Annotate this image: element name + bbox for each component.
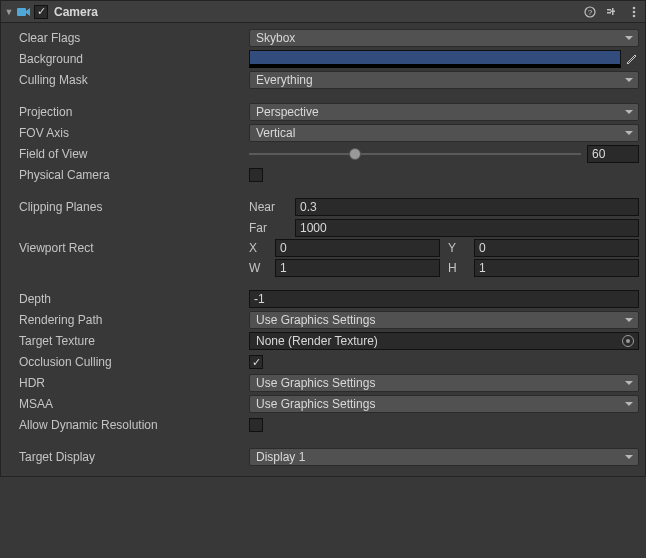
clear-flags-label: Clear Flags <box>19 31 249 45</box>
viewport-w-input[interactable] <box>275 259 440 277</box>
culling-mask-label: Culling Mask <box>19 73 249 87</box>
field-of-view-input[interactable] <box>587 145 639 163</box>
msaa-dropdown[interactable]: Use Graphics Settings <box>249 395 639 413</box>
viewport-h-label: H <box>448 261 470 275</box>
culling-mask-dropdown[interactable]: Everything <box>249 71 639 89</box>
expand-toggle-icon[interactable]: ▼ <box>3 7 15 17</box>
viewport-x-input[interactable] <box>275 239 440 257</box>
hdr-dropdown[interactable]: Use Graphics Settings <box>249 374 639 392</box>
background-label: Background <box>19 52 249 66</box>
physical-camera-label: Physical Camera <box>19 168 249 182</box>
eyedropper-icon[interactable] <box>623 50 639 68</box>
object-picker-icon[interactable] <box>622 335 634 347</box>
depth-label: Depth <box>19 292 249 306</box>
viewport-y-label: Y <box>448 241 470 255</box>
msaa-label: MSAA <box>19 397 249 411</box>
viewport-y-input[interactable] <box>474 239 639 257</box>
target-display-label: Target Display <box>19 450 249 464</box>
context-menu-icon[interactable] <box>627 5 641 19</box>
hdr-label: HDR <box>19 376 249 390</box>
clip-near-input[interactable] <box>295 198 639 216</box>
clip-far-label: Far <box>249 221 291 235</box>
clear-flags-dropdown[interactable]: Skybox <box>249 29 639 47</box>
svg-text:?: ? <box>588 8 593 17</box>
camera-icon <box>16 5 32 19</box>
clipping-planes-label: Clipping Planes <box>19 200 249 214</box>
viewport-w-label: W <box>249 261 271 275</box>
viewport-x-label: X <box>249 241 271 255</box>
occlusion-culling-checkbox[interactable] <box>249 355 263 369</box>
svg-rect-0 <box>17 8 26 16</box>
svg-point-9 <box>633 14 636 17</box>
projection-dropdown[interactable]: Perspective <box>249 103 639 121</box>
component-body: Clear Flags Skybox Background Culling Ma… <box>1 23 645 476</box>
enable-component-checkbox[interactable] <box>34 5 48 19</box>
target-texture-field[interactable]: None (Render Texture) <box>249 332 639 350</box>
help-icon[interactable]: ? <box>583 5 597 19</box>
target-texture-label: Target Texture <box>19 334 249 348</box>
svg-point-7 <box>633 6 636 9</box>
target-display-dropdown[interactable]: Display 1 <box>249 448 639 466</box>
occlusion-culling-label: Occlusion Culling <box>19 355 249 369</box>
projection-label: Projection <box>19 105 249 119</box>
svg-rect-3 <box>607 9 611 11</box>
fov-axis-dropdown[interactable]: Vertical <box>249 124 639 142</box>
physical-camera-checkbox[interactable] <box>249 168 263 182</box>
clip-near-label: Near <box>249 200 291 214</box>
component-header: ▼ Camera ? <box>1 1 645 23</box>
viewport-rect-label: Viewport Rect <box>19 239 249 255</box>
rendering-path-label: Rendering Path <box>19 313 249 327</box>
rendering-path-dropdown[interactable]: Use Graphics Settings <box>249 311 639 329</box>
preset-icon[interactable] <box>605 5 619 19</box>
field-of-view-label: Field of View <box>19 147 249 161</box>
fov-axis-label: FOV Axis <box>19 126 249 140</box>
allow-dynamic-resolution-label: Allow Dynamic Resolution <box>19 418 249 432</box>
field-of-view-slider[interactable] <box>249 145 581 163</box>
depth-input[interactable] <box>249 290 639 308</box>
allow-dynamic-resolution-checkbox[interactable] <box>249 418 263 432</box>
svg-point-8 <box>633 10 636 13</box>
target-texture-value: None (Render Texture) <box>256 334 378 348</box>
svg-rect-6 <box>611 10 616 12</box>
component-title: Camera <box>54 5 583 19</box>
clip-far-input[interactable] <box>295 219 639 237</box>
background-color-field[interactable] <box>249 50 621 68</box>
viewport-h-input[interactable] <box>474 259 639 277</box>
svg-rect-4 <box>607 12 611 14</box>
slider-thumb[interactable] <box>349 148 361 160</box>
